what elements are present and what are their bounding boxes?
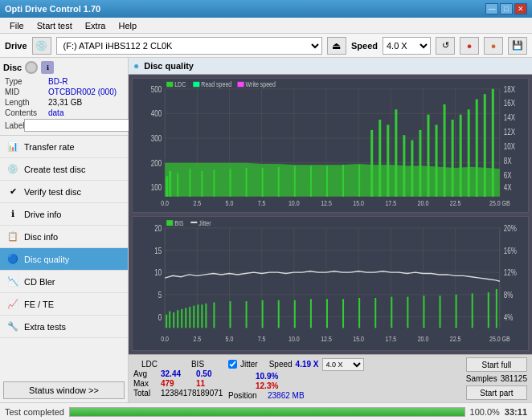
speed-select[interactable]: 4.0 X xyxy=(383,37,431,55)
speed-selector[interactable]: 4.0 X xyxy=(322,358,364,371)
svg-rect-21 xyxy=(189,169,190,196)
sidebar-item-create-test-disc[interactable]: 💿Create test disc xyxy=(0,158,128,181)
title-bar: Opti Drive Control 1.70 — □ ✕ xyxy=(0,0,532,18)
menu-start-test[interactable]: Start test xyxy=(31,19,79,32)
svg-rect-32 xyxy=(358,165,360,197)
bis-avg: 0.50 xyxy=(196,369,220,378)
svg-rect-75 xyxy=(193,82,199,87)
svg-rect-41 xyxy=(436,124,438,196)
svg-marker-17 xyxy=(165,163,500,197)
sidebar-item-label-disc-quality: Disc quality xyxy=(24,255,69,264)
svg-rect-109 xyxy=(246,301,248,328)
svg-rect-44 xyxy=(460,115,462,197)
menu-file[interactable]: File xyxy=(3,19,31,32)
eject-button[interactable]: ⏏ xyxy=(327,37,346,55)
start-part-button[interactable]: Start part xyxy=(466,385,527,400)
svg-rect-39 xyxy=(419,130,421,197)
bis-header: BIS xyxy=(182,360,214,369)
svg-text:5.0: 5.0 xyxy=(226,200,234,208)
jitter-max-label xyxy=(228,381,252,390)
jitter-avg: 10.9% xyxy=(256,372,278,381)
ldc-total: 12384178 xyxy=(161,389,193,398)
chart2-svg: 20 15 10 5 0 20% 16% 12% 8% 4% 0.0 2.5 5… xyxy=(133,217,528,350)
svg-rect-147 xyxy=(166,220,173,226)
length-value: 23,31 GB xyxy=(48,98,82,107)
svg-text:100: 100 xyxy=(151,183,162,192)
svg-text:400: 400 xyxy=(151,109,162,118)
minimize-button[interactable]: — xyxy=(485,3,498,14)
svg-rect-105 xyxy=(201,304,203,328)
svg-text:4%: 4% xyxy=(504,312,514,322)
svg-text:6X: 6X xyxy=(504,171,512,180)
svg-text:17.5: 17.5 xyxy=(385,334,396,343)
start-full-button[interactable]: Start full xyxy=(466,357,527,372)
sidebar-item-verify-test-disc[interactable]: ✔Verify test disc xyxy=(0,181,128,203)
drive-info-icon: ℹ xyxy=(6,208,19,221)
jitter-checkbox[interactable] xyxy=(228,360,237,369)
disc-red-btn[interactable]: ● xyxy=(460,37,479,55)
type-value: BD-R xyxy=(48,77,68,86)
content-area: ● Disc quality xyxy=(129,58,532,402)
svg-text:10.0: 10.0 xyxy=(289,200,300,208)
svg-text:17.5: 17.5 xyxy=(385,200,396,208)
drive-select[interactable]: (F:) ATAPI iHBS112 2 CL0K xyxy=(56,37,322,55)
mid-value: OTCBDR002 (000) xyxy=(48,88,117,96)
svg-rect-43 xyxy=(452,120,454,197)
svg-rect-40 xyxy=(427,115,429,197)
sidebar-item-fe-te[interactable]: 📈FE / TE xyxy=(0,293,128,316)
svg-rect-112 xyxy=(294,300,296,328)
svg-text:0.0: 0.0 xyxy=(161,334,169,343)
disc-info-btn[interactable]: ℹ xyxy=(41,61,54,74)
svg-text:20.0: 20.0 xyxy=(418,334,429,343)
fe-te-icon: 📈 xyxy=(6,298,19,311)
app-title: Opti Drive Control 1.70 xyxy=(5,4,100,14)
samples-val: 381125 xyxy=(501,374,527,383)
svg-text:8X: 8X xyxy=(504,157,512,165)
svg-text:12.5: 12.5 xyxy=(321,200,332,208)
position-val: 23862 MB xyxy=(268,391,305,400)
drive-icon[interactable]: 💿 xyxy=(32,37,51,55)
contents-value: data xyxy=(48,108,63,117)
svg-rect-121 xyxy=(440,296,441,328)
svg-rect-125 xyxy=(496,289,497,328)
disc-fields: Type BD-R MID OTCBDR002 (000) Length 23,… xyxy=(3,77,125,132)
save-btn[interactable]: 💾 xyxy=(508,37,527,55)
jitter-header: Jitter xyxy=(240,360,258,369)
disc-orange-btn[interactable]: ● xyxy=(484,37,503,55)
svg-rect-37 xyxy=(403,135,405,197)
svg-rect-118 xyxy=(391,297,392,328)
svg-rect-99 xyxy=(177,310,178,328)
svg-rect-47 xyxy=(484,94,486,197)
svg-rect-46 xyxy=(476,100,478,197)
svg-text:200: 200 xyxy=(151,159,162,168)
close-button[interactable]: ✕ xyxy=(514,3,527,14)
speed-refresh-btn[interactable]: ↺ xyxy=(436,37,455,55)
sidebar-item-cd-bler[interactable]: 📉CD Bler xyxy=(0,271,128,293)
svg-rect-114 xyxy=(326,299,328,328)
svg-text:20%: 20% xyxy=(504,223,517,234)
menu-help[interactable]: Help xyxy=(112,19,143,32)
samples-label: Samples xyxy=(466,374,497,383)
svg-text:25.0 GB: 25.0 GB xyxy=(489,334,510,343)
avg-label: Avg xyxy=(133,369,158,378)
svg-text:7.5: 7.5 xyxy=(258,334,266,343)
svg-rect-124 xyxy=(488,292,489,328)
status-window-button[interactable]: Status window >> xyxy=(3,381,125,399)
sidebar-item-transfer-rate[interactable]: 📊Transfer rate xyxy=(0,136,128,158)
window-controls: — □ ✕ xyxy=(485,3,527,14)
svg-rect-34 xyxy=(379,120,381,197)
chart-header-icon: ● xyxy=(133,60,139,71)
sidebar-item-disc-info[interactable]: 📋Disc info xyxy=(0,226,128,248)
maximize-button[interactable]: □ xyxy=(500,3,513,14)
jitter-speed-col: Jitter Speed 4.19 X 4.0 X 10.9% 12.3% Po xyxy=(228,358,364,400)
sidebar-item-extra-tests[interactable]: 🔧Extra tests xyxy=(0,316,128,338)
sidebar-item-disc-quality[interactable]: 🔵Disc quality xyxy=(0,248,128,271)
menu-extra[interactable]: Extra xyxy=(79,19,113,32)
svg-rect-106 xyxy=(205,304,207,328)
svg-text:22.5: 22.5 xyxy=(450,334,461,343)
sidebar-item-drive-info[interactable]: ℹDrive info xyxy=(0,203,128,226)
progress-bar-container xyxy=(69,407,465,417)
svg-text:Jitter: Jitter xyxy=(198,218,211,227)
ldc-header: LDC xyxy=(133,360,166,369)
label-input[interactable] xyxy=(24,119,131,132)
